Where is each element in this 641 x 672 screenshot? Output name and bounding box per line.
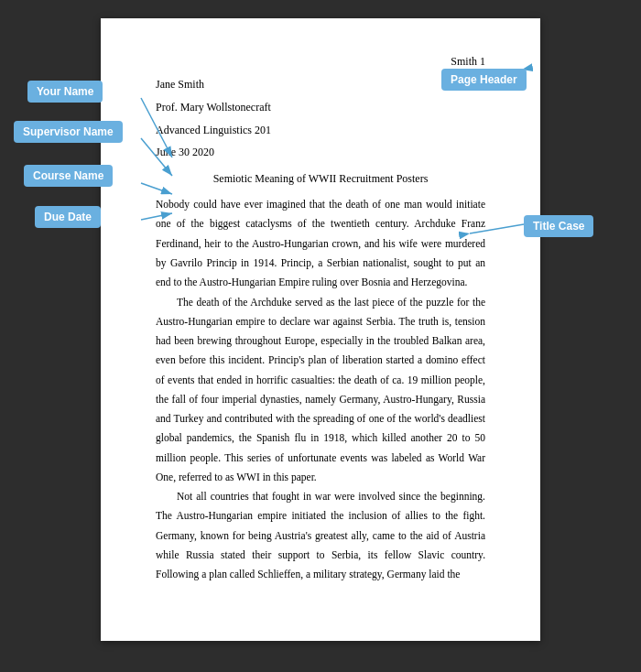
page-header-area: Smith 1 bbox=[156, 55, 485, 69]
paper-document: Smith 1 Jane Smith Prof. Mary Wollstonec… bbox=[101, 18, 540, 641]
paragraph-2: The death of the Archduke served as the … bbox=[156, 293, 485, 488]
student-name-field: Jane Smith bbox=[156, 74, 485, 95]
date-field: June 30 2020 bbox=[156, 142, 485, 163]
course-field: Advanced Linguistics 201 bbox=[156, 120, 485, 141]
paper-body: Nobody could have ever imagined that the… bbox=[156, 195, 485, 584]
supervisor-field: Prof. Mary Wollstonecraft bbox=[156, 97, 485, 118]
paper-title: Semiotic Meaning of WWII Recruitment Pos… bbox=[156, 172, 485, 186]
paragraph-1: Nobody could have ever imagined that the… bbox=[156, 195, 485, 292]
page-number: Smith 1 bbox=[451, 55, 485, 69]
paragraph-3: Not all countries that fought in war wer… bbox=[156, 487, 485, 584]
page-wrapper: Smith 1 Jane Smith Prof. Mary Wollstonec… bbox=[9, 18, 632, 641]
